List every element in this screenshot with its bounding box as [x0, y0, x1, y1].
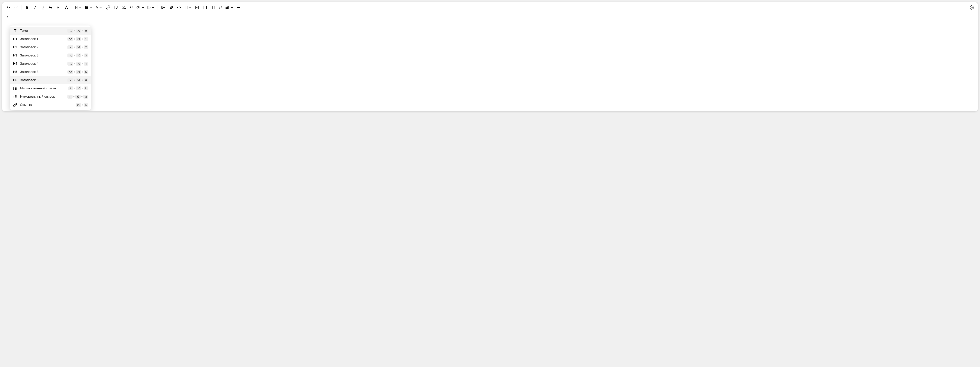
svg-point-9	[85, 8, 86, 9]
mono-button[interactable]	[55, 4, 62, 11]
menu-item-shortcut: ⌥+⌘+2	[67, 45, 88, 49]
fx-dropdown[interactable]: f(x)	[146, 4, 156, 11]
menu-item-7[interactable]: Маркированный список⇧+⌘+L	[10, 84, 91, 93]
menu-item-shortcut: ⌥+⌘+5	[67, 70, 88, 74]
table-dropdown[interactable]	[183, 4, 192, 11]
code-dropdown[interactable]	[136, 4, 145, 11]
menu-item-shortcut: ⌥+⌘+6	[67, 78, 88, 82]
menu-item-0[interactable]: TТекст⌥+⌘+0	[10, 27, 91, 35]
svg-point-41	[14, 87, 14, 88]
menu-item-1[interactable]: H1Заголовок 1⌥+⌘+1	[10, 35, 91, 43]
svg-point-38	[238, 7, 239, 8]
svg-rect-36	[228, 6, 229, 9]
svg-point-7	[85, 6, 86, 7]
svg-text:3: 3	[14, 97, 14, 98]
menu-item-icon	[13, 86, 18, 91]
svg-point-37	[237, 7, 238, 8]
menu-item-label: Заголовок 1	[20, 37, 65, 41]
menu-item-9[interactable]: Ссылка⌘+K	[10, 101, 91, 109]
svg-rect-35	[227, 7, 228, 9]
svg-point-40	[971, 7, 972, 8]
quote-button[interactable]	[128, 4, 135, 11]
cut-button[interactable]	[120, 4, 127, 11]
menu-item-label: Ссылка	[20, 103, 73, 107]
menu-item-label: Нумерованный список	[20, 95, 65, 99]
image-button[interactable]	[160, 4, 167, 11]
anchor-button[interactable]	[217, 4, 224, 11]
toolbar: H A f(x)	[2, 2, 978, 13]
svg-point-43	[14, 89, 14, 90]
menu-item-5[interactable]: H5Заголовок 5⌥+⌘+5	[10, 68, 91, 76]
menu-item-shortcut: ⌘+K	[76, 103, 88, 107]
chart-dropdown[interactable]	[225, 4, 234, 11]
checkbox-button[interactable]	[194, 4, 200, 11]
menu-item-icon: T	[13, 28, 18, 34]
menu-item-icon: H1	[13, 37, 18, 41]
svg-rect-24	[196, 6, 199, 9]
mark-button[interactable]	[63, 4, 70, 11]
menu-item-2[interactable]: H2Заголовок 2⌥+⌘+2	[10, 43, 91, 51]
svg-line-31	[221, 6, 221, 9]
svg-line-2	[35, 6, 36, 9]
link-button[interactable]	[105, 4, 112, 11]
menu-item-icon	[13, 102, 18, 107]
menu-item-3[interactable]: H3Заголовок 3⌥+⌘+3	[10, 51, 91, 60]
menu-item-icon: 123	[13, 94, 18, 99]
menu-item-shortcut: ⌥+⌘+0	[67, 29, 88, 33]
layout-button[interactable]	[201, 4, 208, 11]
svg-rect-34	[226, 8, 227, 9]
menu-item-label: Маркированный список	[20, 86, 66, 90]
menu-item-icon: H3	[13, 53, 18, 58]
menu-item-shortcut: ⌥+⌘+1	[67, 37, 88, 41]
menu-item-shortcut: ⌥+⌘+3	[67, 54, 88, 57]
menu-item-8[interactable]: 123Нумерованный список⇧+⌘+M	[10, 93, 91, 101]
svg-point-39	[239, 7, 240, 8]
attach-button[interactable]	[167, 4, 175, 11]
color-dropdown[interactable]: A	[94, 4, 104, 11]
menu-item-shortcut: ⇧+⌘+L	[68, 86, 88, 90]
underline-button[interactable]	[40, 4, 46, 11]
menu-item-shortcut: ⌥+⌘+4	[67, 62, 88, 66]
more-button[interactable]	[235, 4, 242, 11]
menu-item-icon: H6	[13, 78, 18, 83]
separator	[158, 5, 158, 10]
svg-point-19	[162, 7, 163, 7]
slash-command-menu: TТекст⌥+⌘+0H1Заголовок 1⌥+⌘+1H2Заголовок…	[10, 26, 91, 110]
bold-button[interactable]	[24, 4, 31, 11]
menu-item-icon: H5	[13, 69, 18, 75]
menu-item-label: Текст	[20, 29, 65, 33]
svg-point-8	[85, 7, 86, 8]
menu-item-6[interactable]: H6Заголовок 6⌥+⌘+6	[10, 76, 91, 84]
menu-item-label: Заголовок 5	[20, 70, 65, 74]
menu-item-label: Заголовок 2	[20, 45, 65, 49]
menu-item-icon: H2	[13, 45, 18, 50]
svg-line-17	[138, 6, 139, 9]
heading-dropdown[interactable]: H	[74, 4, 83, 11]
list-dropdown[interactable]	[84, 4, 94, 11]
menu-item-shortcut: ⇧+⌘+M	[67, 95, 88, 99]
menu-item-label: Заголовок 3	[20, 54, 65, 57]
note-button[interactable]	[113, 4, 119, 11]
undo-button[interactable]	[5, 4, 12, 11]
svg-line-30	[220, 6, 220, 9]
editor-text: /	[7, 16, 8, 20]
menu-item-label: Заголовок 6	[20, 78, 65, 82]
embed-button[interactable]	[175, 4, 183, 11]
editor-container: H A f(x) / TТекст⌥+⌘+0H1Заголовок 1⌥+⌘+1…	[2, 2, 978, 111]
editor-content[interactable]: /	[2, 13, 978, 22]
settings-button[interactable]	[968, 4, 975, 11]
redo-button[interactable]	[13, 4, 20, 11]
svg-point-42	[14, 88, 14, 89]
italic-button[interactable]	[32, 4, 38, 11]
separator	[72, 5, 72, 10]
menu-item-icon: H4	[13, 61, 18, 66]
svg-rect-20	[184, 6, 188, 9]
strike-button[interactable]	[47, 4, 54, 11]
columns-button[interactable]	[209, 4, 216, 11]
menu-item-label: Заголовок 4	[20, 62, 65, 66]
menu-item-4[interactable]: H4Заголовок 4⌥+⌘+4	[10, 60, 91, 68]
